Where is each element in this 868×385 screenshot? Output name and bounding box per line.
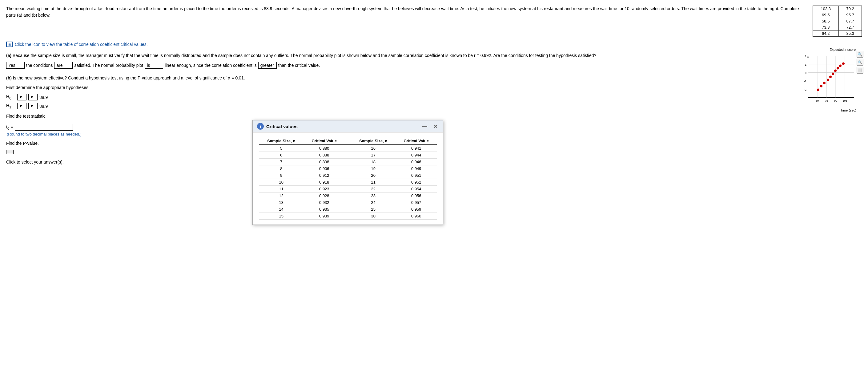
problem-description: The mean waiting time at the drive-throu… [6, 5, 809, 37]
sample-size-n2: 24 [351, 199, 396, 206]
svg-point-22 [820, 85, 823, 87]
svg-point-23 [823, 82, 826, 84]
modal-minimize-button[interactable]: — [421, 123, 429, 129]
icon-link[interactable]: ⊞ Click the icon to view the table of co… [6, 41, 862, 47]
table-row: 10 0.918 21 0.952 [259, 179, 437, 186]
data-cell: 72.7 [839, 24, 862, 30]
col-header-n1: Sample Size, n [259, 137, 304, 145]
h1-symbol-dropdown[interactable]: ▼ [28, 103, 37, 109]
than-text: than the critical value. [278, 63, 320, 68]
are-dropdown[interactable]: are [54, 62, 73, 69]
part-b-text: Is the new system effective? Conduct a h… [13, 76, 245, 80]
modal-close-button[interactable]: ✕ [432, 123, 439, 129]
critical-value-1: 0.923 [304, 186, 345, 192]
data-cell: 87.7 [839, 18, 862, 24]
svg-point-28 [837, 67, 839, 69]
yes-dropdown[interactable]: Yes, [6, 62, 25, 69]
svg-text:-1: -1 [804, 80, 806, 83]
sample-size-n1: 11 [259, 186, 304, 192]
h1-relation-dropdown[interactable]: ▼ [17, 103, 27, 109]
data-cell: 85.3 [839, 30, 862, 37]
zoom-out-button[interactable]: 🔍 [857, 59, 863, 66]
greater-value: greater [260, 63, 274, 68]
col-header-cv1: Critical Value [304, 137, 345, 145]
h1-row: H1: ▼ ▼ 88.9 [6, 103, 862, 109]
data-cell: 103.3 [813, 6, 839, 12]
sample-size-n2: 30 [351, 213, 396, 219]
sample-size-n1: 13 [259, 199, 304, 206]
table-row: 6 0.888 17 0.944 [259, 152, 437, 159]
svg-text:90: 90 [834, 99, 837, 102]
data-cell: 58.6 [813, 18, 839, 24]
data-cell: 73.8 [813, 24, 839, 30]
h1-symbol-arrow: ▼ [30, 104, 34, 109]
table-row: 12 0.928 23 0.956 [259, 192, 437, 199]
svg-point-25 [829, 76, 832, 78]
critical-value-2: 0.956 [396, 192, 437, 199]
data-table: 103.3 79.2 69.5 95.7 58.6 87.7 73.8 72.7… [813, 5, 862, 37]
data-cell: 95.7 [839, 12, 862, 18]
svg-text:1: 1 [805, 63, 806, 66]
h0-label: H0: [6, 94, 16, 100]
info-icon-label: i [260, 124, 261, 129]
greater-dropdown[interactable]: greater [258, 62, 277, 69]
find-test-stat-label: Find the test statistic. [6, 113, 862, 119]
problem-text: The mean waiting time at the drive-throu… [6, 6, 799, 18]
sample-size-n2: 21 [351, 179, 396, 186]
critical-values-table: Sample Size, n Critical Value Sample Siz… [259, 137, 437, 219]
sample-size-n2: 18 [351, 159, 396, 166]
icon-link-label: Click the icon to view the table of corr… [15, 42, 148, 47]
sample-size-n1: 6 [259, 152, 304, 159]
modal-title: Critical values [266, 124, 418, 129]
critical-value-1: 0.906 [304, 166, 345, 172]
table-row: 14 0.935 25 0.959 [259, 206, 437, 213]
conditions-text: the conditions [26, 63, 53, 68]
t0-input[interactable] [15, 124, 73, 130]
critical-value-2: 0.957 [396, 199, 437, 206]
svg-point-21 [817, 89, 819, 91]
part-b-description: (b) Is the new system effective? Conduct… [6, 75, 862, 81]
sample-size-n2: 19 [351, 166, 396, 172]
critical-value-1: 0.918 [304, 179, 345, 186]
data-cell: 79.2 [839, 6, 862, 12]
pvalue-blank[interactable] [6, 150, 13, 154]
h0-value: 88.9 [39, 95, 48, 100]
probability-plot: Expected z-score 2 1 0 -1 -2 60 75 90 10… [797, 48, 859, 109]
h0-relation-dropdown[interactable]: ▼ [17, 94, 27, 100]
critical-value-2: 0.949 [396, 166, 437, 172]
h0-symbol-dropdown[interactable]: ▼ [28, 94, 37, 100]
sample-size-n2: 23 [351, 192, 396, 199]
plot-svg: 2 1 0 -1 -2 60 75 90 105 [797, 52, 856, 108]
zoom-controls: 🔍 🔍 ⬜ [857, 51, 863, 73]
modal-body: Sample Size, n Critical Value Sample Siz… [253, 132, 443, 225]
t0-label: t0 = [6, 124, 13, 130]
svg-point-29 [839, 65, 841, 67]
zoom-in-button[interactable]: 🔍 [857, 51, 863, 58]
col-header-cv2: Critical Value [396, 137, 437, 145]
data-cell: 69.5 [813, 12, 839, 18]
part-a-description: Because the sample size is small, the ma… [12, 53, 596, 58]
is-dropdown[interactable]: is [145, 62, 163, 69]
critical-value-2: 0.952 [396, 179, 437, 186]
part-b-label: (b) [6, 76, 12, 80]
sample-size-n2: 20 [351, 172, 396, 179]
col-header-n2: Sample Size, n [351, 137, 396, 145]
sample-size-n2: 22 [351, 186, 396, 192]
expand-button[interactable]: ⬜ [857, 67, 863, 73]
problem-section: The mean waiting time at the drive-throu… [6, 5, 862, 37]
critical-value-1: 0.912 [304, 172, 345, 179]
first-determine-text: First determine the appropriate hypothes… [6, 84, 862, 91]
yes-value: Yes, [8, 63, 17, 68]
critical-value-1: 0.928 [304, 192, 345, 199]
h0-row: H0: ▼ ▼ 88.9 [6, 94, 862, 100]
sample-size-n1: 8 [259, 166, 304, 172]
sample-size-n1: 15 [259, 213, 304, 219]
sample-size-n2: 25 [351, 206, 396, 213]
critical-value-2: 0.944 [396, 152, 437, 159]
sample-size-n1: 5 [259, 145, 304, 152]
critical-value-1: 0.898 [304, 159, 345, 166]
plot-x-label: Time (sec) [797, 109, 856, 112]
svg-point-26 [832, 73, 834, 75]
table-row: 15 0.939 30 0.960 [259, 213, 437, 219]
data-cell: 64.2 [813, 30, 839, 37]
